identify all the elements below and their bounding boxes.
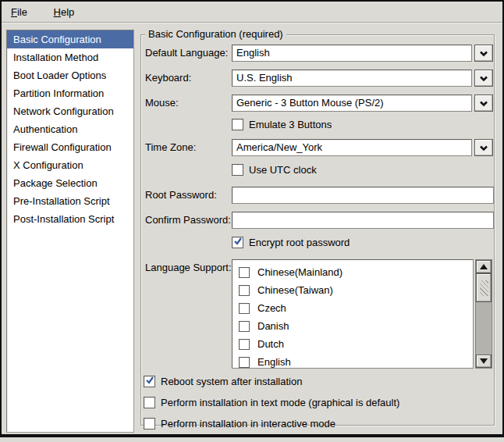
- checkbox-box[interactable]: [144, 397, 155, 408]
- sidebar-item-partition-information[interactable]: Partition Information: [7, 84, 133, 102]
- check-icon: [145, 376, 154, 387]
- checkbox-box[interactable]: [239, 303, 250, 314]
- menu-file[interactable]: File: [6, 5, 32, 20]
- language-option-label: Chinese(Taiwan): [257, 284, 333, 296]
- checkbox-box[interactable]: [239, 321, 250, 332]
- sidebar-item-authentication[interactable]: Authentication: [7, 120, 133, 138]
- checkbox-box[interactable]: [239, 339, 250, 350]
- language-option[interactable]: Dutch: [232, 335, 473, 353]
- checkbox-box[interactable]: [144, 418, 155, 430]
- language-support-label: Language Support:: [145, 262, 232, 273]
- menu-help[interactable]: Help: [49, 5, 80, 20]
- scroll-up-button[interactable]: [476, 260, 492, 273]
- sidebar-item-post-installation-script[interactable]: Post-Installation Script: [7, 210, 133, 228]
- text-mode-install-checkbox[interactable]: Perform installation in text mode (graph…: [144, 397, 399, 408]
- language-option[interactable]: Chinese(Mainland): [232, 263, 473, 281]
- mouse-dropdown-button[interactable]: [474, 94, 493, 112]
- time-zone-label: Time Zone:: [145, 141, 196, 153]
- scroll-down-button[interactable]: [476, 355, 492, 368]
- text-mode-install-label: Perform installation in text mode (graph…: [161, 397, 399, 408]
- interactive-mode-install-label: Perform installation in interactive mode: [161, 418, 335, 430]
- checkbox-box[interactable]: [232, 164, 243, 176]
- default-language-combo[interactable]: English: [232, 45, 472, 62]
- interactive-mode-install-checkbox[interactable]: Perform installation in interactive mode: [144, 418, 335, 430]
- language-option[interactable]: Czech: [232, 299, 473, 317]
- emulate-3-buttons-checkbox[interactable]: Emulate 3 Buttons: [232, 119, 332, 130]
- sidebar-item-x-configuration[interactable]: X Configuration: [7, 156, 133, 174]
- keyboard-dropdown-button[interactable]: [474, 70, 493, 87]
- chevron-down-icon: [479, 142, 488, 154]
- sidebar-item-package-selection[interactable]: Package Selection: [7, 174, 133, 192]
- language-option[interactable]: Chinese(Taiwan): [232, 281, 473, 299]
- language-option-label: Chinese(Mainland): [257, 266, 343, 278]
- time-zone-dropdown-button[interactable]: [474, 139, 493, 156]
- language-option-label: Dutch: [257, 338, 284, 350]
- mouse-label: Mouse:: [145, 97, 179, 109]
- chevron-down-icon: [479, 48, 488, 59]
- check-icon: [233, 237, 243, 248]
- chevron-down-icon: [479, 98, 488, 109]
- reboot-after-install-checkbox[interactable]: Reboot system after installation: [144, 376, 302, 387]
- keyboard-label: Keyboard:: [145, 72, 191, 84]
- default-language-label: Default Language:: [145, 47, 228, 59]
- checkbox-box[interactable]: [144, 376, 155, 387]
- sidebar-item-pre-installation-script[interactable]: Pre-Installation Script: [7, 192, 133, 210]
- root-password-input[interactable]: [232, 187, 494, 204]
- language-support-list: Chinese(Mainland) Chinese(Taiwan) Czech …: [232, 259, 474, 369]
- use-utc-clock-checkbox[interactable]: Use UTC clock: [232, 164, 317, 176]
- checkbox-box[interactable]: [232, 119, 243, 130]
- scroll-down-icon: [480, 358, 488, 364]
- checkbox-box[interactable]: [232, 237, 243, 248]
- chevron-down-icon: [479, 73, 488, 84]
- language-option-label: English: [257, 356, 291, 368]
- default-language-dropdown-button[interactable]: [474, 45, 493, 62]
- language-option-label: Czech: [257, 302, 286, 314]
- kickstart-configurator-window: File Help Basic Configuration Installati…: [0, 0, 504, 442]
- mouse-combo[interactable]: Generic - 3 Button Mouse (PS/2): [232, 94, 472, 112]
- sidebar-item-installation-method[interactable]: Installation Method: [7, 48, 133, 66]
- emulate-3-buttons-label: Emulate 3 Buttons: [249, 119, 332, 130]
- language-option[interactable]: English: [232, 353, 473, 369]
- root-password-label: Root Password:: [145, 189, 217, 201]
- sidebar-item-network-configuration[interactable]: Network Configuration: [7, 102, 133, 120]
- language-option-label: Danish: [257, 320, 289, 332]
- confirm-password-label: Confirm Password:: [145, 214, 231, 226]
- sidebar-item-boot-loader-options[interactable]: Boot Loader Options: [7, 66, 133, 84]
- language-option[interactable]: Danish: [232, 317, 473, 335]
- confirm-password-input[interactable]: [232, 212, 494, 229]
- section-list: Basic Configuration Installation Method …: [6, 30, 134, 433]
- menu-bar: File Help: [2, 2, 502, 23]
- language-list-scrollbar[interactable]: [475, 259, 492, 369]
- checkbox-box[interactable]: [239, 285, 250, 296]
- encrypt-root-password-label: Encrypt root password: [249, 237, 350, 248]
- scrollbar-thumb[interactable]: [476, 273, 492, 302]
- reboot-after-install-label: Reboot system after installation: [161, 376, 302, 387]
- checkbox-box[interactable]: [239, 357, 250, 368]
- time-zone-combo[interactable]: America/New_York: [232, 139, 472, 156]
- use-utc-clock-label: Use UTC clock: [249, 164, 317, 176]
- keyboard-combo[interactable]: U.S. English: [232, 70, 472, 87]
- scroll-up-icon: [480, 264, 488, 269]
- checkbox-box[interactable]: [239, 267, 250, 278]
- sidebar-item-firewall-configuration[interactable]: Firewall Configuration: [7, 138, 133, 156]
- group-title: Basic Configuration (required): [145, 28, 286, 40]
- sidebar-item-basic-configuration[interactable]: Basic Configuration: [7, 30, 133, 48]
- encrypt-root-password-checkbox[interactable]: Encrypt root password: [232, 237, 350, 248]
